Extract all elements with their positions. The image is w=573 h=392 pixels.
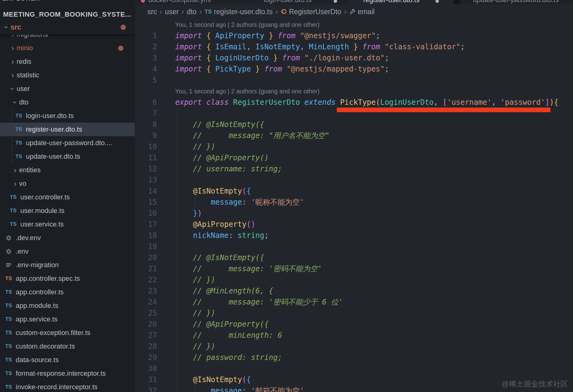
- tree-item-minio[interactable]: ›minio: [0, 41, 135, 55]
- code-line-3[interactable]: 3import { LoginUserDto } from "./login-u…: [135, 52, 573, 63]
- codelens-annotation[interactable]: You, 1 second ago | 2 authors (guang and…: [135, 86, 573, 97]
- line-number[interactable]: 11: [135, 153, 158, 162]
- tab-update-user-password.dto.ts[interactable]: update-user-password.dto.ts: [460, 0, 573, 4]
- project-root-row[interactable]: MEETING_ROOM_BOOKING_SYSTE...: [0, 8, 135, 21]
- tree-item-update-user-password.dto....[interactable]: TSupdate-user-password.dto....: [0, 136, 135, 150]
- code-line-27[interactable]: 27 // minLength: 6: [135, 330, 573, 341]
- tree-item-.dev.env[interactable]: .dev.env: [0, 231, 135, 245]
- line-number[interactable]: 3: [135, 54, 158, 62]
- tree-item-dto[interactable]: ›dto: [0, 96, 135, 109]
- code-line-25[interactable]: 25 // }): [135, 308, 573, 319]
- tree-item-user.service.ts[interactable]: TSuser.service.ts: [0, 218, 135, 231]
- line-number[interactable]: 10: [135, 142, 158, 151]
- tree-item-entities[interactable]: ›entities: [0, 163, 135, 177]
- line-number[interactable]: 26: [135, 320, 158, 329]
- line-number[interactable]: 18: [135, 231, 158, 240]
- tree-item-update-user.dto.ts[interactable]: TSupdate-user.dto.ts: [0, 150, 135, 163]
- tree-item-register-user.dto.ts[interactable]: TSregister-user.dto.ts: [0, 123, 135, 136]
- tree-item-vo[interactable]: ›vo: [0, 177, 135, 190]
- line-number[interactable]: 25: [135, 309, 158, 317]
- tab-login-user.dto.ts[interactable]: login-user.dto.ts: [250, 0, 350, 4]
- code-line-14[interactable]: 14 @IsNotEmpty({: [135, 186, 573, 197]
- breadcrumb-item-RegisterUserDto[interactable]: RegisterUserDto: [281, 8, 341, 16]
- tree-item-user.module.ts[interactable]: TSuser.module.ts: [0, 204, 135, 218]
- codelens-annotation[interactable]: You, 1 second ago | 2 authors (guang and…: [135, 19, 573, 30]
- line-number[interactable]: 12: [135, 165, 158, 173]
- tree-item-.env-migration[interactable]: .env-migration: [0, 258, 135, 272]
- line-number[interactable]: 1: [135, 31, 158, 40]
- tree-item-statistic[interactable]: ›statistic: [0, 68, 135, 82]
- line-number[interactable]: 17: [135, 220, 158, 229]
- breadcrumb-item-user[interactable]: user: [165, 8, 179, 16]
- line-number[interactable]: 6: [135, 98, 158, 107]
- line-number[interactable]: 7: [135, 109, 158, 118]
- line-number[interactable]: 8: [135, 120, 158, 129]
- code-line-30[interactable]: 30: [135, 363, 573, 374]
- tree-item-custom-exception.filter.ts[interactable]: TScustom-exception.filter.ts: [0, 326, 135, 340]
- tree-item-data-source.ts[interactable]: TSdata-source.ts: [0, 353, 135, 367]
- code-line-12[interactable]: 12 // username: string;: [135, 163, 573, 174]
- line-number[interactable]: 30: [135, 364, 158, 373]
- tree-item-app.module.ts[interactable]: TSapp.module.ts: [0, 299, 135, 312]
- code-line-16[interactable]: 16 }): [135, 208, 573, 219]
- line-number[interactable]: 22: [135, 276, 158, 284]
- line-number[interactable]: 14: [135, 187, 158, 195]
- tab-docker-compose.yml[interactable]: docker-compose.yml: [135, 0, 250, 4]
- code-line-9[interactable]: 9 // message: "用户名不能为空": [135, 130, 573, 141]
- code-line-19[interactable]: 19: [135, 241, 573, 252]
- line-number[interactable]: 24: [135, 298, 158, 306]
- code-line-17[interactable]: 17 @ApiProperty(): [135, 219, 573, 230]
- code-line-23[interactable]: 23 // @MinLength(6, {: [135, 285, 573, 296]
- code-line-28[interactable]: 28 // }): [135, 341, 573, 352]
- code-area[interactable]: You, 1 second ago | 2 authors (guang and…: [135, 19, 573, 392]
- code-line-26[interactable]: 26 // @ApiProperty({: [135, 319, 573, 330]
- line-number[interactable]: 9: [135, 131, 158, 140]
- code-line-1[interactable]: 1import { ApiProperty } from "@nestjs/sw…: [135, 30, 573, 41]
- code-line-13[interactable]: 13: [135, 174, 573, 186]
- code-line-4[interactable]: 4import { PickType } from "@nestjs/mappe…: [135, 63, 573, 75]
- line-number[interactable]: 20: [135, 253, 158, 262]
- tree-item-redis[interactable]: ›redis: [0, 55, 135, 68]
- code-line-8[interactable]: 8 // @IsNotEmpty({: [135, 119, 573, 130]
- line-number[interactable]: 2: [135, 43, 158, 51]
- line-number[interactable]: 4: [135, 65, 158, 73]
- code-line-29[interactable]: 29 // password: string;: [135, 352, 573, 363]
- breadcrumb-item-dto[interactable]: dto: [187, 8, 196, 16]
- code-line-5[interactable]: 5: [135, 75, 573, 86]
- tree-item-app.controller.spec.ts[interactable]: TSapp.controller.spec.ts: [0, 272, 135, 285]
- tree-item-format-response.interceptor.ts[interactable]: TSformat-response.interceptor.ts: [0, 367, 135, 380]
- breadcrumb-item-src[interactable]: src: [147, 8, 157, 16]
- line-number[interactable]: 27: [135, 331, 158, 340]
- code-line-10[interactable]: 10 // }): [135, 141, 573, 152]
- tree-item-app.controller.ts[interactable]: TSapp.controller.ts: [0, 285, 135, 299]
- line-number[interactable]: 28: [135, 342, 158, 351]
- code-line-15[interactable]: 15 message: '昵称不能为空': [135, 197, 573, 208]
- code-line-24[interactable]: 24 // message: '密码不能少于 6 位': [135, 296, 573, 308]
- code-line-6[interactable]: 6export class RegisterUserDto extends Pi…: [135, 97, 573, 108]
- line-number[interactable]: 13: [135, 176, 158, 184]
- code-line-20[interactable]: 20 // @IsNotEmpty({: [135, 252, 573, 263]
- line-number[interactable]: 32: [135, 386, 158, 392]
- tab-register-user.dto.ts[interactable]: register-user.dto.ts: [350, 0, 453, 4]
- tree-item-user.controller.ts[interactable]: TSuser.controller.ts: [0, 190, 135, 204]
- tree-item-app.service.ts[interactable]: TSapp.service.ts: [0, 312, 135, 326]
- tree-item-invoke-record.interceptor.ts[interactable]: TSinvoke-record.interceptor.ts: [0, 380, 135, 392]
- code-line-18[interactable]: 18 nickName: string;: [135, 230, 573, 241]
- line-number[interactable]: 31: [135, 375, 158, 384]
- tree-item-.env[interactable]: .env: [0, 245, 135, 258]
- code-line-22[interactable]: 22 // }): [135, 274, 573, 285]
- line-number[interactable]: 29: [135, 353, 158, 362]
- tree-item-src[interactable]: › src: [0, 20, 135, 35]
- line-number[interactable]: 5: [135, 76, 158, 84]
- line-number[interactable]: 23: [135, 287, 158, 295]
- line-number[interactable]: 21: [135, 264, 158, 273]
- line-number[interactable]: 16: [135, 209, 158, 218]
- tree-item-custom.decorator.ts[interactable]: TScustom.decorator.ts: [0, 340, 135, 353]
- tree-item-user[interactable]: ›user: [0, 82, 135, 96]
- code-line-11[interactable]: 11 // @ApiProperty(): [135, 152, 573, 163]
- tree-item-login-user.dto.ts[interactable]: TSlogin-user.dto.ts: [0, 109, 135, 123]
- line-number[interactable]: 19: [135, 242, 158, 251]
- line-number[interactable]: 15: [135, 198, 158, 206]
- breadcrumb-item-register-user.dto.ts[interactable]: TSregister-user.dto.ts: [204, 8, 272, 16]
- breadcrumb-item-email[interactable]: email: [349, 8, 375, 16]
